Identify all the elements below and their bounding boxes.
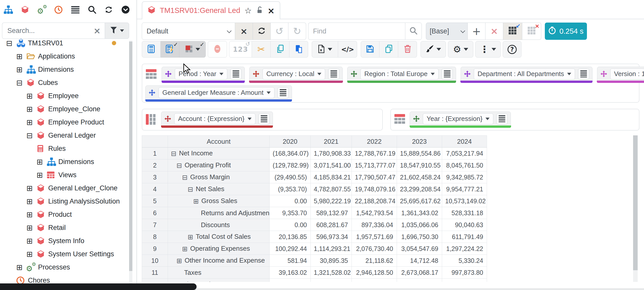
- value-cell[interactable]: (168,364.07): [270, 148, 311, 159]
- find-search-button[interactable]: [405, 23, 422, 40]
- value-cell[interactable]: 2,673,068.17: [397, 267, 442, 279]
- grid-scrollbar[interactable]: [633, 135, 638, 282]
- drag-handle-icon[interactable]: [149, 89, 155, 96]
- find-field[interactable]: [308, 23, 405, 40]
- tree-item[interactable]: ⊞Employee_Clone: [0, 102, 129, 116]
- refresh-icon[interactable]: [103, 5, 114, 15]
- help-button[interactable]: ?: [503, 41, 521, 58]
- value-cell[interactable]: 861,144.42: [397, 279, 442, 282]
- search-input[interactable]: [2, 23, 105, 39]
- drag-handle-icon[interactable]: [600, 70, 607, 77]
- value-cell[interactable]: 21,602,458.24: [397, 171, 442, 183]
- value-cell[interactable]: 20,136.85: [270, 231, 311, 243]
- suppress-zeros-button[interactable]: [208, 41, 227, 58]
- collapse-node-icon[interactable]: ⊟: [26, 131, 37, 140]
- value-cell[interactable]: 30,895.35: [311, 255, 352, 267]
- value-cell[interactable]: 589,132.97: [311, 207, 352, 219]
- subset-editor-button[interactable]: [230, 68, 241, 80]
- expand-node-icon[interactable]: ⊞: [26, 105, 37, 114]
- row-number-cell[interactable]: 4: [142, 183, 168, 195]
- sidebar-scrollbar-thumb[interactable]: [129, 42, 132, 271]
- tree-item[interactable]: ⊞Dimensions: [0, 63, 129, 76]
- value-cell[interactable]: 1,114,293.21: [311, 243, 352, 255]
- row-number-cell[interactable]: 2: [142, 159, 168, 171]
- subset-editor-button[interactable]: [277, 87, 289, 98]
- clear-grid-button[interactable]: ×: [522, 23, 541, 40]
- redo-button[interactable]: ↻: [288, 23, 306, 40]
- value-cell[interactable]: 1,542,793.54: [352, 207, 397, 219]
- delete-view-button[interactable]: [398, 41, 417, 58]
- dimension-select-button[interactable]: Period : Year: [175, 68, 227, 80]
- value-cell[interactable]: 1,361,343.02: [397, 207, 442, 219]
- execution-timer-badge[interactable]: 0.254 s: [545, 23, 587, 40]
- expand-member-icon[interactable]: ⊞: [182, 245, 188, 253]
- value-cell[interactable]: 9,954,777.21: [442, 183, 487, 195]
- expand-node-icon[interactable]: ⊞: [16, 263, 26, 272]
- value-cell[interactable]: 15,713,777.07: [352, 159, 397, 171]
- tree-item-label[interactable]: General Ledger_Clone: [48, 184, 117, 192]
- value-cell[interactable]: 1,957,571.69: [352, 231, 397, 243]
- add-subset-button[interactable]: +: [468, 23, 485, 40]
- value-cell[interactable]: 25,695,617.62: [397, 195, 442, 207]
- tree-item[interactable]: ⊞Employee Product: [0, 116, 129, 129]
- subset-editor-button[interactable]: [328, 68, 339, 80]
- value-cell[interactable]: 2,076,730.40: [352, 243, 397, 255]
- expand-node-icon[interactable]: ⊞: [26, 184, 37, 193]
- account-cell[interactable]: ⊞Other Income and Expense: [168, 255, 270, 267]
- value-cell[interactable]: 0.00: [270, 195, 311, 207]
- sidebar-scrollbar[interactable]: [129, 41, 132, 287]
- cut-button[interactable]: ✂: [252, 41, 271, 58]
- tree-item[interactable]: ⊞Views: [0, 168, 129, 182]
- value-cell[interactable]: 1,321,528.02: [311, 267, 352, 279]
- value-cell[interactable]: 8,045,761.50: [442, 159, 487, 171]
- tree-item-label[interactable]: Product: [48, 211, 72, 219]
- row-number-cell[interactable]: 6: [142, 207, 168, 219]
- drag-handle-icon[interactable]: [165, 70, 172, 77]
- unlock-icon[interactable]: [256, 6, 264, 15]
- value-cell[interactable]: 581.94: [270, 255, 311, 267]
- value-cell[interactable]: 22,188,208.74: [352, 195, 397, 207]
- account-cell[interactable]: Discounts: [168, 219, 270, 231]
- value-cell[interactable]: 15,889,554.86: [397, 148, 442, 159]
- expand-node-icon[interactable]: ⊞: [26, 210, 37, 219]
- value-cell[interactable]: 9,342,985.72: [442, 171, 487, 183]
- drag-handle-icon[interactable]: [464, 70, 471, 77]
- expand-node-icon[interactable]: ⊞: [16, 65, 26, 74]
- tree-item[interactable]: ⊞Listing AnalysisSolution: [0, 195, 129, 208]
- value-cell[interactable]: 897,336.04: [352, 219, 397, 231]
- tree-item-label[interactable]: TM1SRV01: [28, 39, 63, 47]
- tree-item-label[interactable]: Dimensions: [38, 66, 74, 74]
- value-cell[interactable]: 0.00: [442, 279, 487, 282]
- expand-node-icon[interactable]: ⊞: [26, 250, 37, 259]
- settings-button[interactable]: ⚙: [448, 41, 473, 58]
- search-icon[interactable]: [87, 5, 97, 15]
- value-cell[interactable]: (0.00): [311, 279, 352, 282]
- expand-node-icon[interactable]: ⊞: [37, 171, 47, 179]
- tree-item[interactable]: Rules: [0, 142, 129, 155]
- collapse-node-icon[interactable]: ⊟: [6, 39, 16, 48]
- subset-editor-button[interactable]: [578, 68, 589, 80]
- account-cell[interactable]: ⊞Total Cost of Sales: [168, 231, 270, 243]
- value-cell[interactable]: 5,980,222.19: [311, 195, 352, 207]
- tree-item-label[interactable]: Employee_Clone: [48, 105, 100, 113]
- value-cell[interactable]: 7,053,217.94: [442, 148, 487, 159]
- expand-node-icon[interactable]: ⊞: [26, 118, 37, 127]
- grid-scrollbar-thumb[interactable]: [633, 135, 638, 270]
- value-cell[interactable]: 39,163.02: [270, 267, 311, 279]
- value-cell[interactable]: (950,000.00): [352, 279, 397, 282]
- value-cell[interactable]: 17,790,507.47: [352, 171, 397, 183]
- tree-item-label[interactable]: Rules: [48, 145, 66, 153]
- restore-grid-button[interactable]: ↙: [503, 23, 522, 40]
- format-brush-button[interactable]: [421, 41, 446, 58]
- dimension-select-button[interactable]: Region : Total Europe: [360, 68, 439, 80]
- value-cell[interactable]: (9,353.70): [270, 183, 311, 195]
- value-cell[interactable]: 10,573,149.02: [442, 195, 487, 207]
- tree-item[interactable]: ⊞System User Settings: [0, 247, 129, 261]
- tree-item[interactable]: ⊞Dimensions: [0, 155, 129, 168]
- subset-select[interactable]: [Base]: [426, 23, 468, 40]
- tree-item-label[interactable]: System Info: [48, 237, 84, 245]
- value-cell[interactable]: 9,353.70: [270, 207, 311, 219]
- view-select[interactable]: Default: [142, 23, 235, 40]
- value-cell[interactable]: 3,054,547.69: [397, 243, 442, 255]
- value-cell[interactable]: 1,780,908.33: [311, 148, 352, 159]
